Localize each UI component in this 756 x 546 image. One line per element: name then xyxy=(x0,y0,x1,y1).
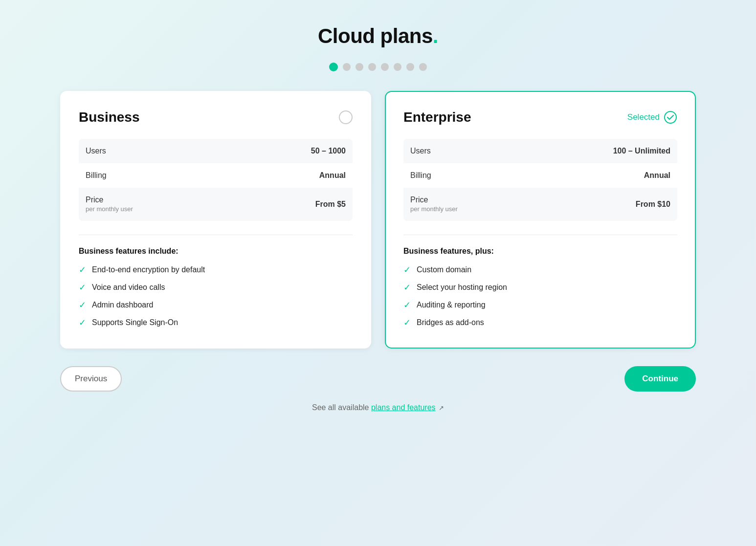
business-details-table: Users 50 – 1000 Billing Annual Price per… xyxy=(79,139,353,221)
billing-label: Billing xyxy=(403,163,530,188)
business-radio[interactable] xyxy=(339,110,353,124)
list-item: ✓ Select your hosting region xyxy=(403,282,677,293)
svg-point-0 xyxy=(665,111,676,123)
list-item: ✓ End-to-end encryption by default xyxy=(79,264,353,275)
check-icon: ✓ xyxy=(79,282,86,293)
table-row: Users 50 – 1000 xyxy=(79,139,353,163)
business-plan-header: Business xyxy=(79,109,353,125)
continue-button[interactable]: Continue xyxy=(624,366,696,392)
business-plan-name: Business xyxy=(79,109,140,125)
table-row: Users 100 – Unlimited xyxy=(403,139,677,163)
step-4 xyxy=(368,63,376,71)
plans-and-features-link[interactable]: plans and features xyxy=(371,403,436,412)
enterprise-plan-header: Enterprise Selected xyxy=(403,109,677,125)
table-row: Billing Annual xyxy=(403,163,677,188)
page-title: Cloud plans. xyxy=(318,24,438,48)
step-6 xyxy=(394,63,401,71)
selected-check-icon xyxy=(664,110,677,124)
check-icon: ✓ xyxy=(403,282,411,293)
divider xyxy=(403,235,677,235)
price-value: From $5 xyxy=(231,188,353,221)
check-icon: ✓ xyxy=(79,264,86,275)
previous-button[interactable]: Previous xyxy=(60,366,122,392)
step-1 xyxy=(329,63,338,71)
price-value: From $10 xyxy=(530,188,677,221)
list-item: ✓ Supports Single Sign-On xyxy=(79,317,353,328)
billing-value: Annual xyxy=(530,163,677,188)
enterprise-plan-card[interactable]: Enterprise Selected Users 100 – Unlimite… xyxy=(385,91,696,349)
business-plan-card[interactable]: Business Users 50 – 1000 Billing Annual … xyxy=(60,91,371,349)
step-7 xyxy=(406,63,414,71)
list-item: ✓ Bridges as add-ons xyxy=(403,317,677,328)
external-link-icon: ↗ xyxy=(439,404,444,412)
footer-text: See all available plans and features ↗ xyxy=(312,403,444,412)
check-icon: ✓ xyxy=(403,300,411,310)
step-3 xyxy=(356,63,363,71)
selected-badge: Selected xyxy=(627,110,677,124)
enterprise-plan-name: Enterprise xyxy=(403,109,471,125)
step-8 xyxy=(419,63,427,71)
bottom-bar: Previous Continue xyxy=(60,366,696,392)
check-icon: ✓ xyxy=(403,264,411,275)
check-icon: ✓ xyxy=(403,317,411,328)
divider xyxy=(79,235,353,235)
list-item: ✓ Admin dashboard xyxy=(79,300,353,310)
check-icon: ✓ xyxy=(79,300,86,310)
enterprise-features-title: Business features, plus: xyxy=(403,247,677,256)
users-value: 100 – Unlimited xyxy=(530,139,677,163)
table-row: Billing Annual xyxy=(79,163,353,188)
check-icon: ✓ xyxy=(79,317,86,328)
plans-container: Business Users 50 – 1000 Billing Annual … xyxy=(60,91,696,349)
list-item: ✓ Custom domain xyxy=(403,264,677,275)
price-label: Price per monthly user xyxy=(79,188,231,221)
stepper xyxy=(329,63,427,71)
step-5 xyxy=(381,63,389,71)
users-value: 50 – 1000 xyxy=(231,139,353,163)
business-features-list: ✓ End-to-end encryption by default ✓ Voi… xyxy=(79,264,353,328)
users-label: Users xyxy=(79,139,231,163)
billing-label: Billing xyxy=(79,163,231,188)
enterprise-details-table: Users 100 – Unlimited Billing Annual Pri… xyxy=(403,139,677,221)
table-row: Price per monthly user From $5 xyxy=(79,188,353,221)
list-item: ✓ Voice and video calls xyxy=(79,282,353,293)
billing-value: Annual xyxy=(231,163,353,188)
business-features-title: Business features include: xyxy=(79,247,353,256)
list-item: ✓ Auditing & reporting xyxy=(403,300,677,310)
table-row: Price per monthly user From $10 xyxy=(403,188,677,221)
step-2 xyxy=(343,63,351,71)
price-label: Price per monthly user xyxy=(403,188,530,221)
users-label: Users xyxy=(403,139,530,163)
enterprise-features-list: ✓ Custom domain ✓ Select your hosting re… xyxy=(403,264,677,328)
